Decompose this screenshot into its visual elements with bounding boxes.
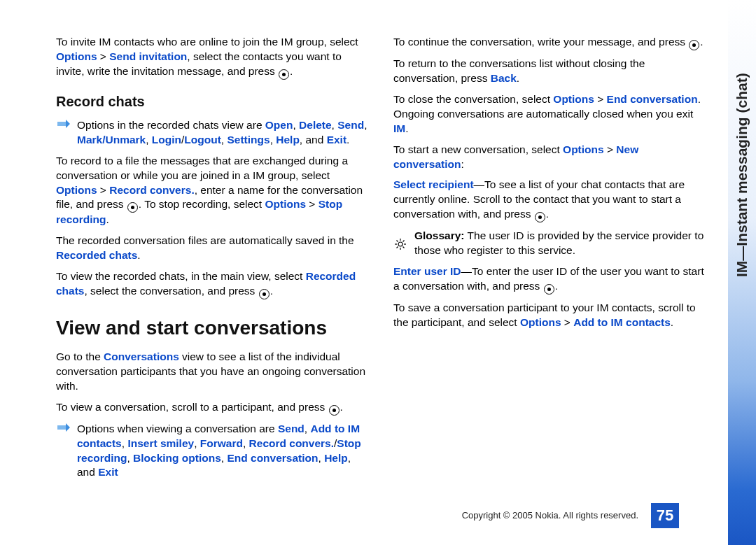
svg-line-8 <box>403 241 405 242</box>
page-content: To invite IM contacts who are online to … <box>0 0 728 545</box>
glossary-note: Glossary: The user ID is provided by the… <box>393 229 707 258</box>
select-key-icon <box>689 40 699 50</box>
select-key-icon <box>279 69 289 80</box>
select-key-icon <box>544 284 554 295</box>
paragraph: To record to a file the messages that ar… <box>56 154 370 228</box>
paragraph: Enter user ID—To enter the user ID of th… <box>393 264 707 295</box>
glossary-icon <box>393 230 407 258</box>
options-note: Options when viewing a conversation are … <box>56 422 370 481</box>
footer: Copyright © 2005 Nokia. All rights reser… <box>462 503 679 528</box>
paragraph: To continue the conversation, write your… <box>393 35 707 50</box>
svg-line-6 <box>403 247 405 248</box>
options-note: Options in the recorded chats view are O… <box>56 118 370 148</box>
text-columns: To invite IM contacts who are online to … <box>56 35 707 483</box>
svg-point-0 <box>398 242 402 246</box>
note-arrow-icon <box>56 120 70 132</box>
note-arrow-icon <box>56 423 70 436</box>
page-number: 75 <box>651 503 679 528</box>
paragraph: Go to the Conversations view to see a li… <box>56 350 370 394</box>
svg-line-7 <box>397 247 398 248</box>
select-key-icon <box>329 405 340 416</box>
paragraph: Select recipient—To see a list of your c… <box>393 178 707 222</box>
paragraph: To save a conversation participant to yo… <box>393 301 707 330</box>
copyright-text: Copyright © 2005 Nokia. All rights reser… <box>462 509 638 522</box>
side-tab-label: IM—Instant messaging (chat) <box>732 42 752 308</box>
heading-record-chats: Record chats <box>56 92 370 111</box>
paragraph: To start a new conversation, select Opti… <box>393 143 707 172</box>
select-key-icon <box>259 289 270 299</box>
paragraph: To view the recorded chats, in the main … <box>56 269 370 299</box>
paragraph: To close the conversation, select Option… <box>393 92 707 136</box>
paragraph: To invite IM contacts who are online to … <box>56 35 370 80</box>
glossary-label: Glossary: <box>414 229 465 241</box>
paragraph: To view a conversation, scroll to a part… <box>56 400 370 416</box>
paragraph: To return to the conversations list with… <box>393 57 707 86</box>
select-key-icon <box>535 212 545 222</box>
select-key-icon <box>127 202 138 213</box>
paragraph: The recorded conversation files are auto… <box>56 234 370 263</box>
heading-view-start: View and start conversations <box>56 315 370 341</box>
svg-line-5 <box>397 241 398 242</box>
